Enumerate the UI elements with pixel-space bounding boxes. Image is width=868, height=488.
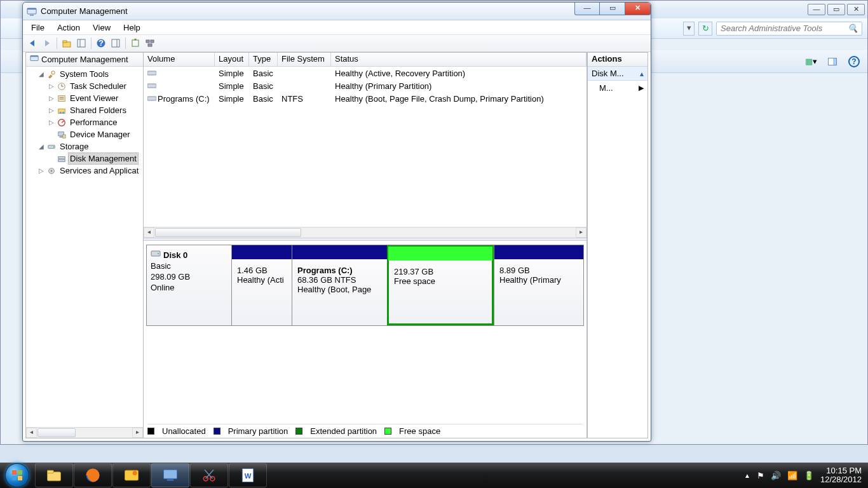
mmc-titlebar[interactable]: Computer Management — ▭ ✕ (23, 3, 651, 20)
volume-fs: NTFS (278, 94, 331, 104)
menu-file[interactable]: File (25, 22, 50, 34)
partition-free-space[interactable]: 219.37 GB Free space (387, 245, 494, 325)
column-type[interactable]: Type (249, 53, 278, 66)
disk-map-pane: Disk 0 Basic 298.09 GB Online 1.46 GB He… (144, 241, 587, 438)
volume-layout: Simple (215, 69, 249, 78)
bg-refresh-button[interactable]: ↻ (698, 22, 712, 36)
computer-management-icon (27, 6, 37, 17)
taskbar-word[interactable]: W (229, 463, 267, 487)
column-layout[interactable]: Layout (215, 53, 249, 66)
taskbar-explorer[interactable] (35, 463, 73, 487)
settings-button[interactable] (143, 36, 157, 50)
action-center-icon[interactable]: ⚑ (757, 471, 764, 480)
refresh-button[interactable] (128, 36, 142, 50)
console-tree: ◢System Tools ▷Task Scheduler ▷Event Vie… (26, 67, 143, 178)
help-button[interactable]: ? (94, 36, 108, 50)
legend-primary: Primary partition (228, 426, 288, 436)
volume-type: Basic (249, 69, 278, 78)
tree-system-tools[interactable]: ◢System Tools (26, 68, 143, 80)
tree-root-header[interactable]: Computer Management (26, 53, 143, 67)
menu-view[interactable]: View (87, 22, 116, 34)
menu-help[interactable]: Help (118, 22, 146, 34)
bg-address-dropdown[interactable]: ▾ (683, 22, 695, 36)
column-file-system[interactable]: File System (278, 53, 331, 66)
svg-rect-7 (78, 39, 85, 47)
system-clock[interactable]: 10:15 PM 12/28/2012 (820, 466, 862, 484)
partition-recovery[interactable]: 1.46 GB Healthy (Acti (232, 245, 292, 325)
svg-rect-15 (151, 40, 154, 43)
volume-icon[interactable]: 🔊 (771, 471, 781, 480)
taskbar-computer-management[interactable] (151, 463, 189, 487)
tree-task-scheduler[interactable]: ▷Task Scheduler (26, 80, 143, 92)
volume-list-scrollbar[interactable]: ◂ ▸ (144, 227, 587, 238)
partition-programs-c[interactable]: Programs (C:) 68.36 GB NTFS Healthy (Boo… (292, 245, 387, 325)
bg-preview-pane-button[interactable] (824, 54, 841, 69)
column-volume[interactable]: Volume (144, 53, 215, 66)
bg-view-button[interactable]: ▦ ▾ (803, 54, 819, 69)
tree-device-manager[interactable]: Device Manager (26, 128, 143, 140)
svg-point-27 (60, 111, 62, 114)
disk-info[interactable]: Disk 0 Basic 298.09 GB Online (147, 245, 232, 325)
wifi-icon[interactable]: 📶 (787, 471, 797, 480)
tree-event-viewer[interactable]: ▷Event Viewer (26, 92, 143, 104)
scroll-right-button[interactable]: ▸ (576, 227, 587, 238)
tree-performance[interactable]: ▷Performance (26, 116, 143, 128)
drive-icon (147, 81, 158, 91)
taskbar-firefox[interactable] (74, 463, 112, 487)
svg-marker-3 (30, 40, 34, 46)
bg-maximize-button[interactable]: ▭ (827, 4, 845, 15)
tree-storage[interactable]: ◢Storage (26, 140, 143, 152)
column-status[interactable]: Status (331, 53, 587, 66)
start-button[interactable] (0, 463, 34, 488)
scroll-left-button[interactable]: ◂ (26, 428, 37, 438)
bg-close-button[interactable]: ✕ (847, 4, 865, 15)
partition-primary[interactable]: 8.89 GB Healthy (Primary (494, 245, 583, 325)
actions-header: Actions (588, 53, 648, 67)
legend-swatch-extended (295, 428, 302, 435)
drive-icon (147, 94, 158, 104)
close-button[interactable]: ✕ (625, 3, 651, 15)
bg-search-input[interactable]: Search Administrative Tools 🔍 (716, 22, 862, 36)
scroll-track[interactable] (76, 428, 132, 438)
disk-icon (151, 249, 161, 261)
volume-row[interactable]: Programs (C:) Simple Basic NTFS Healthy … (144, 92, 587, 105)
taskbar-outlook[interactable] (112, 463, 151, 487)
maximize-button[interactable]: ▭ (600, 3, 625, 15)
system-tray[interactable]: ▲ ⚑ 🔊 📶 🔋 10:15 PM 12/28/2012 (744, 466, 868, 484)
disk-management-icon (57, 154, 67, 164)
battery-icon[interactable]: 🔋 (804, 471, 814, 480)
disk-size: 298.09 GB (151, 271, 227, 282)
tree-services-applications[interactable]: ▷Services and Applicat (26, 165, 143, 177)
partition-size: 8.89 GB (499, 266, 578, 275)
volume-list[interactable]: Simple Basic Healthy (Active, Recovery P… (144, 67, 587, 227)
volume-type: Basic (249, 94, 278, 104)
taskbar-snipping-tool[interactable] (190, 463, 228, 487)
show-hide-action-pane-button[interactable] (109, 36, 123, 50)
partition-size: 219.37 GB (394, 267, 487, 276)
forward-button[interactable] (40, 36, 54, 50)
volume-row[interactable]: Simple Basic Healthy (Primary Partition) (144, 79, 587, 92)
back-button[interactable] (25, 36, 39, 50)
volume-row[interactable]: Simple Basic Healthy (Active, Recovery P… (144, 67, 587, 79)
scroll-right-button[interactable]: ▸ (132, 428, 143, 438)
scroll-left-button[interactable]: ◂ (144, 227, 154, 238)
tree-horizontal-scrollbar[interactable]: ◂ ▸ (26, 427, 143, 438)
scroll-track[interactable] (302, 227, 576, 238)
show-hidden-icons[interactable]: ▲ (744, 472, 750, 479)
bg-help-button[interactable]: ? (846, 54, 862, 69)
show-hide-tree-button[interactable] (74, 36, 88, 50)
menu-action[interactable]: Action (51, 22, 86, 34)
tree-shared-folders[interactable]: ▷Shared Folders (26, 104, 143, 116)
taskbar[interactable]: W ▲ ⚑ 🔊 📶 🔋 10:15 PM 12/28/2012 (0, 463, 868, 488)
up-button[interactable] (60, 36, 74, 50)
partition-name: Programs (C:) (297, 266, 382, 275)
disk-row[interactable]: Disk 0 Basic 298.09 GB Online 1.46 GB He… (146, 245, 584, 326)
drive-icon (147, 69, 158, 78)
minimize-button[interactable]: — (574, 3, 600, 15)
scroll-thumb[interactable] (37, 428, 76, 437)
tree-disk-management[interactable]: Disk Management (26, 152, 143, 165)
actions-item-more[interactable]: M... ▶ (588, 81, 648, 95)
actions-section-disk-management[interactable]: Disk M... ▴ (588, 67, 648, 81)
scroll-thumb[interactable] (155, 228, 301, 237)
bg-minimize-button[interactable]: — (808, 4, 825, 15)
